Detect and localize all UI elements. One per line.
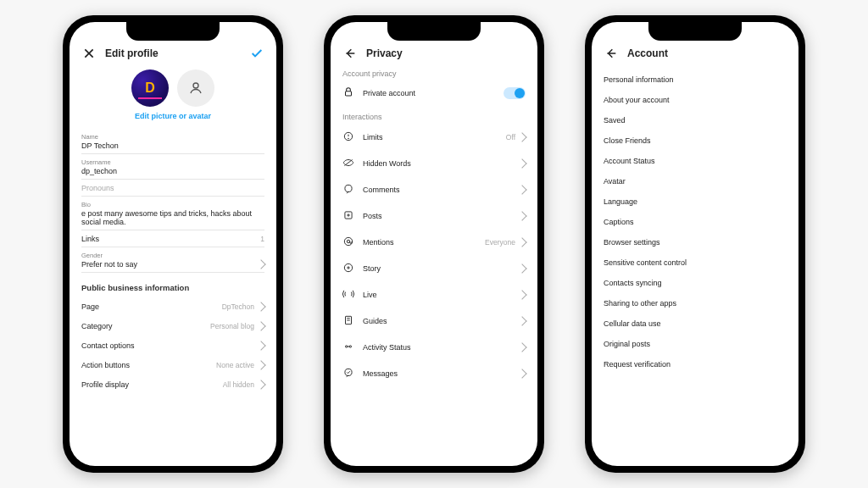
live-icon (342, 288, 354, 302)
row-category[interactable]: Category Personal blog (81, 317, 264, 336)
row-label: Action buttons (81, 361, 130, 369)
chevron-right-icon (517, 185, 526, 194)
account-item-1[interactable]: About your account (604, 90, 787, 110)
field-label: Gender (81, 252, 264, 259)
account-item-10[interactable]: Contacts syncing (604, 273, 787, 293)
close-icon[interactable] (81, 46, 97, 61)
account-privacy-subhead: Account privacy (342, 69, 526, 78)
account-item-14[interactable]: Request verification (604, 354, 787, 374)
activity-status-icon (342, 341, 354, 354)
row-label: Activity Status (363, 343, 411, 352)
field-bio[interactable]: Bio e post many awesome tips and tricks,… (81, 197, 264, 230)
row-live[interactable]: Live (342, 282, 526, 308)
row-private-account[interactable]: Private account (342, 81, 526, 106)
account-item-13[interactable]: Original posts (604, 334, 787, 354)
chevron-right-icon (517, 290, 526, 299)
row-label: Cellular data use (604, 319, 661, 328)
svg-rect-1 (346, 92, 352, 96)
account-item-4[interactable]: Account Status (604, 151, 787, 171)
field-pronouns[interactable]: Pronouns (81, 180, 264, 197)
row-activity-status[interactable]: Activity Status (342, 335, 526, 361)
chevron-right-icon (256, 341, 265, 350)
lock-icon (342, 86, 354, 100)
row-label: Sensitive content control (604, 258, 687, 267)
chevron-right-icon (256, 259, 265, 269)
row-meta: Everyone (485, 238, 515, 247)
row-label: Hidden Words (363, 159, 411, 168)
row-label: Live (363, 291, 377, 299)
profile-avatar[interactable]: D (131, 69, 169, 107)
row-label: Contacts syncing (604, 279, 662, 287)
row-label: Story (363, 264, 381, 273)
row-messages[interactable]: Messages (342, 361, 526, 387)
account-item-7[interactable]: Captions (604, 212, 787, 232)
row-profile-display[interactable]: Profile display All hidden (81, 375, 264, 395)
row-label: Sharing to other apps (604, 299, 676, 308)
row-label: Personal information (604, 75, 674, 84)
row-action-buttons[interactable]: Action buttons None active (81, 356, 264, 375)
confirm-icon[interactable] (249, 46, 264, 61)
svg-point-3 (348, 138, 349, 139)
private-account-toggle[interactable] (504, 87, 526, 99)
row-label: Account Status (604, 157, 655, 165)
account-item-8[interactable]: Browser settings (604, 232, 787, 252)
account-item-2[interactable]: Saved (604, 110, 787, 130)
row-label: Guides (363, 317, 387, 325)
hidden-words-icon (342, 157, 354, 170)
interactions-subhead: Interactions (342, 113, 526, 121)
account-item-11[interactable]: Sharing to other apps (604, 293, 787, 313)
field-name[interactable]: Name DP Techon (81, 129, 264, 154)
back-icon[interactable] (342, 46, 358, 61)
page-title: Account (627, 47, 787, 59)
chevron-right-icon (517, 211, 526, 220)
row-label: Limits (363, 133, 383, 141)
chevron-right-icon (256, 360, 265, 369)
row-mentions[interactable]: MentionsEveryone (342, 230, 526, 256)
chevron-right-icon (517, 342, 526, 352)
row-story[interactable]: Story (342, 256, 526, 282)
row-label: Private account (363, 89, 415, 97)
row-comments[interactable]: Comments (342, 177, 526, 203)
account-item-6[interactable]: Language (604, 191, 787, 212)
svg-point-11 (349, 346, 351, 347)
row-label: Original posts (604, 340, 650, 348)
row-label: Captions (604, 218, 634, 226)
row-meta: Personal blog (210, 322, 254, 330)
row-label: Comments (363, 186, 400, 194)
row-label: Page (81, 302, 99, 311)
row-limits[interactable]: LimitsOff (342, 125, 526, 151)
row-label: Language (604, 197, 637, 206)
row-label: Close Friends (604, 136, 651, 145)
svg-point-4 (345, 185, 352, 191)
edit-profile-header: Edit profile (81, 46, 264, 61)
row-posts[interactable]: Posts (342, 203, 526, 230)
page-title: Edit profile (105, 47, 241, 59)
row-label: Posts (363, 212, 382, 220)
account-item-3[interactable]: Close Friends (604, 130, 787, 151)
account-item-5[interactable]: Avatar (604, 171, 787, 191)
row-hidden-words[interactable]: Hidden Words (342, 151, 526, 177)
chevron-right-icon (256, 380, 265, 389)
field-username[interactable]: Username dp_techon (81, 154, 264, 180)
field-label: Bio (81, 201, 264, 208)
row-label: Saved (604, 116, 626, 125)
account-item-0[interactable]: Personal information (604, 69, 787, 90)
field-value: Prefer not to say (81, 260, 137, 269)
field-links[interactable]: Links 1 (81, 230, 264, 247)
row-meta: All hidden (223, 380, 254, 389)
svg-point-7 (347, 240, 350, 243)
row-guides[interactable]: Guides (342, 308, 526, 335)
account-item-9[interactable]: Sensitive content control (604, 252, 787, 273)
comments-icon (342, 183, 354, 197)
row-label: Mentions (363, 238, 394, 247)
row-page[interactable]: Page DpTechon (81, 297, 264, 317)
alt-avatar[interactable] (177, 69, 214, 107)
back-icon[interactable] (604, 46, 619, 61)
mentions-icon (342, 236, 354, 249)
edit-picture-link[interactable]: Edit picture or avatar (81, 112, 264, 120)
phone-privacy: Privacy Account privacy Private account … (324, 15, 544, 473)
account-item-12[interactable]: Cellular data use (604, 313, 787, 334)
guides-icon (342, 314, 354, 328)
row-contact-options[interactable]: Contact options (81, 336, 264, 356)
field-gender[interactable]: Gender Prefer not to say (81, 247, 264, 273)
